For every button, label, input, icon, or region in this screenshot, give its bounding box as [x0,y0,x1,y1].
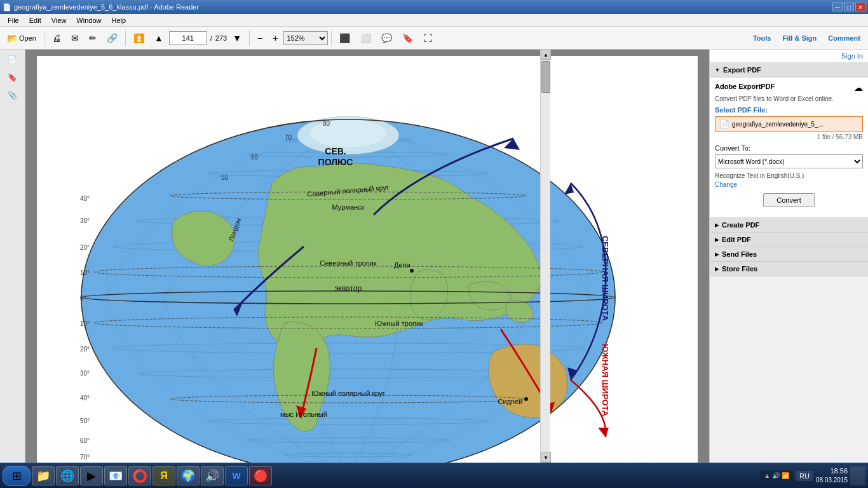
taskbar-opera[interactable]: ⭕ [128,466,151,485]
toolbar-separator [44,30,44,46]
edit-button[interactable]: ✏ [85,29,101,47]
edit-pdf-label: Edit PDF [722,236,751,243]
minimize-button[interactable]: ─ [832,3,843,11]
fit-width-icon: ⬛ [339,33,350,43]
start-button[interactable]: ⊞ [3,466,31,486]
zoom-out-icon: − [257,33,262,43]
right-panel: Sign In ▼ Export PDF Adobe ExportPDF ☁ C… [709,50,868,463]
clock-time: 18:56 [816,466,848,476]
svg-text:Сидней: Сидней [498,398,523,405]
fit-page-icon: ⬜ [360,33,371,43]
network-icon: ▲ [764,472,770,479]
zoom-in-icon: + [273,33,278,43]
next-page-icon: ▼ [233,33,241,43]
volume-icon: 🔊 [772,472,780,479]
edit-pdf-section[interactable]: ▶ Edit PDF [710,233,868,247]
menu-file[interactable]: File [3,15,24,25]
convert-button[interactable]: Convert [763,193,815,207]
maximize-button[interactable]: □ [844,3,854,11]
taskbar-explorer[interactable]: 📁 [32,466,55,485]
scroll-down-button[interactable]: ▼ [541,452,551,463]
svg-text:50°: 50° [80,417,90,424]
language-indicator[interactable]: RU [796,471,813,481]
change-link[interactable]: Change [715,181,737,188]
share-button[interactable]: 🔗 [102,29,122,47]
stamp-icon: 🔖 [402,33,413,43]
svg-point-45 [524,397,528,401]
zoom-out-button[interactable]: − [253,29,267,47]
tools-tab-button[interactable]: Tools [748,34,776,42]
taskbar-mail[interactable]: 📧 [104,466,127,485]
next-page-button[interactable]: ▼ [228,29,246,47]
svg-text:0°: 0° [80,295,86,302]
taskbar-volume[interactable]: 🔊 [201,466,224,485]
menu-window[interactable]: Window [71,15,106,25]
menu-bar: File Edit View Window Help [0,14,868,27]
collapse-icon3: ▶ [715,252,719,257]
prev-page-button[interactable]: ▲ [150,29,168,47]
file-entry[interactable]: 📄 geografiya_zemlevedeniye_5_... [715,116,863,132]
taskbar-word[interactable]: W [225,466,248,485]
systray: ▲ 🔊 📶 [760,471,793,480]
export-pdf-header[interactable]: ▼ Export PDF [710,63,868,78]
bookmark-button[interactable]: 🔖 [4,70,22,85]
create-pdf-section[interactable]: ▶ Create PDF [710,218,868,233]
page-thumbnail-button[interactable]: 📄 [4,52,22,67]
menu-edit[interactable]: Edit [24,15,46,25]
convert-to-select[interactable]: Microsoft Word (*.docx) Microsoft Excel … [715,154,863,168]
comment-button[interactable]: 💬 [377,29,397,47]
stamp-button[interactable]: 🔖 [398,29,417,47]
svg-text:ЮЖНАЯ ШИРОТА: ЮЖНАЯ ШИРОТА [600,344,610,417]
svg-text:30°: 30° [80,217,90,224]
svg-text:20°: 20° [80,346,90,353]
collapse-icon: ▶ [715,222,719,228]
windows-logo: ⊞ [12,469,22,483]
comment-tab-button[interactable]: Comment [823,34,865,42]
fit-page-button[interactable]: ⬜ [356,29,376,47]
menu-help[interactable]: Help [106,15,131,25]
svg-text:СЕВЕРНАЯ ШИРОТА: СЕВЕРНАЯ ШИРОТА [600,236,610,322]
print-button[interactable]: 🖨 [48,29,65,47]
taskbar-media[interactable]: ▶ [80,466,103,485]
zoom-in-button[interactable]: + [268,29,282,47]
open-icon: 📂 [7,33,18,43]
window-title: geografiya_zemlevedeniye_5_6_klassu.pdf … [14,3,199,11]
taskbar-chrome[interactable]: 🌍 [177,466,200,485]
fill-sign-tab-button[interactable]: Fill & Sign [777,34,822,42]
battery-icon: 📶 [782,472,789,479]
expand-button[interactable]: ⛶ [419,29,437,47]
first-page-button[interactable]: ⏫ [129,29,149,47]
email-icon: ✉ [71,33,79,43]
open-button[interactable]: 📂 Open [3,29,41,47]
close-button[interactable]: ✕ [855,3,865,11]
recognize-text: Recognize Text in English(U.S.) [715,172,863,179]
svg-text:Северный тропик: Северный тропик [320,259,377,267]
scrollbar-thumb[interactable] [541,61,550,93]
export-pdf-title: Export PDF [723,66,761,74]
page-number-input[interactable] [169,31,207,45]
menu-view[interactable]: View [46,15,72,25]
expand-icon: ▼ [715,67,720,73]
svg-text:Южный тропик: Южный тропик [375,320,423,327]
taskbar-acrobat[interactable]: 🔴 [249,466,272,485]
sign-in-link[interactable]: Sign In [841,52,863,60]
file-name: geografiya_zemlevedeniye_5_... [732,121,858,128]
attachment-button[interactable]: 📎 [4,88,22,103]
pdf-scrollbar[interactable]: ▲ ▼ [540,50,550,463]
scroll-up-button[interactable]: ▲ [541,50,551,60]
svg-text:60: 60 [251,154,259,161]
pdf-viewer: СЕВ. ПОЛЮС Северный полярный круг Мурман… [25,50,709,463]
zoom-select[interactable]: 152% [283,31,328,45]
send-files-section[interactable]: ▶ Send Files [710,247,868,262]
show-desktop-button[interactable] [850,466,865,485]
email-button[interactable]: ✉ [67,29,83,47]
fit-width-button[interactable]: ⬛ [335,29,355,47]
title-bar-controls: ─ □ ✕ [832,3,865,11]
store-files-section[interactable]: ▶ Store Files [710,262,868,276]
clock: 18:56 08.03.2015 [816,466,848,485]
svg-marker-32 [598,428,609,437]
title-bar-left: 📄 geografiya_zemlevedeniye_5_6_klassu.pd… [3,3,199,11]
taskbar-ie[interactable]: 🌐 [56,466,79,485]
taskbar-yandex[interactable]: Я [153,466,175,485]
left-sidebar: 📄 🔖 📎 [0,50,25,463]
